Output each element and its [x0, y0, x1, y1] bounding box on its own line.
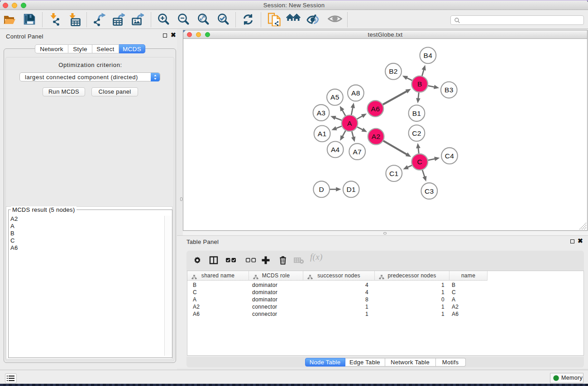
svg-text:C1: C1	[389, 170, 398, 177]
svg-text:A5: A5	[330, 93, 339, 101]
svg-text:A2: A2	[372, 133, 381, 140]
svg-text:C2: C2	[412, 129, 421, 137]
svg-text:D: D	[319, 186, 324, 193]
svg-text:C3: C3	[425, 187, 434, 195]
svg-text:B4: B4	[424, 52, 433, 59]
svg-text:B2: B2	[389, 67, 398, 75]
svg-text:A: A	[347, 119, 352, 127]
svg-text:A8: A8	[351, 89, 360, 97]
svg-text:A1: A1	[318, 130, 327, 138]
svg-text:B1: B1	[412, 110, 421, 117]
svg-text:A6: A6	[371, 105, 380, 113]
svg-text:D1: D1	[346, 186, 355, 193]
svg-text:A4: A4	[331, 146, 340, 153]
svg-text:C: C	[417, 158, 422, 166]
svg-text:B: B	[417, 80, 422, 88]
svg-text:B3: B3	[445, 86, 454, 94]
svg-text:A3: A3	[317, 109, 326, 117]
svg-text:C4: C4	[445, 152, 454, 160]
svg-text:A7: A7	[353, 148, 362, 156]
